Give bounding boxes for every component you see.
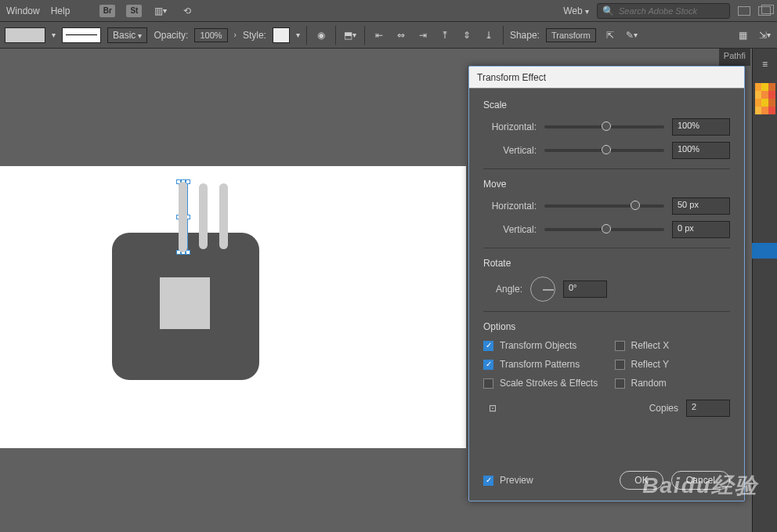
angle-value[interactable]: 0° — [563, 280, 607, 298]
move-h-value[interactable]: 50 px — [672, 197, 730, 215]
minimize-button[interactable] — [738, 6, 750, 16]
scale-h-label: Horizontal: — [483, 121, 537, 132]
chk-reflect-x[interactable]: Reflect X — [615, 340, 731, 351]
stroke-profile[interactable]: Basic ▾ — [107, 27, 147, 43]
scale-v-label: Vertical: — [483, 145, 537, 156]
options-bar: ▾ Basic ▾ Opacity: 100% › Style: ▾ ◉ ⬒▾ … — [0, 22, 777, 49]
chk-random[interactable]: Random — [615, 378, 731, 389]
align-center-icon[interactable]: ⇔ — [393, 27, 409, 43]
options-heading: Options — [483, 321, 730, 332]
ok-button[interactable]: OK — [620, 471, 663, 490]
stock-search[interactable]: 🔍 — [597, 3, 730, 19]
cancel-button[interactable]: Cancel — [671, 471, 730, 490]
separator — [335, 26, 336, 45]
transform-dropdown[interactable]: Transform — [546, 28, 596, 42]
chk-transform-objects[interactable]: ✓Transform Objects — [483, 340, 599, 351]
swatches-preview[interactable] — [755, 83, 775, 114]
restore-button[interactable] — [758, 6, 771, 16]
chk-scale-strokes[interactable]: Scale Strokes & Effects — [483, 378, 599, 389]
shape-label: Shape: — [510, 30, 540, 41]
chk-reflect-y[interactable]: Reflect Y — [615, 359, 731, 370]
bridge-icon[interactable]: Br — [99, 5, 115, 17]
opacity-value[interactable]: 100% — [194, 28, 227, 42]
move-v-value[interactable]: 0 px — [672, 221, 730, 238]
style-swatch[interactable] — [273, 27, 290, 43]
snap-icon[interactable]: ⇲▾ — [757, 27, 772, 43]
scale-v-slider[interactable] — [544, 149, 664, 152]
stroke-preview[interactable] — [62, 27, 101, 43]
chk-transform-patterns[interactable]: ✓Transform Patterns — [483, 359, 599, 370]
move-heading: Move — [483, 179, 730, 190]
scale-h-value[interactable]: 100% — [672, 118, 730, 136]
chk-preview[interactable]: ✓Preview — [483, 475, 533, 486]
style-label: Style: — [243, 30, 266, 41]
gpu-icon[interactable]: ⟲ — [179, 3, 195, 19]
stock-icon[interactable]: St — [126, 5, 142, 17]
panel-tab-pathfinder[interactable]: Pathfi — [719, 49, 750, 66]
fill-dropdown[interactable]: ▾ — [52, 31, 56, 39]
align-icon[interactable]: ⬒▾ — [342, 27, 358, 43]
angle-dial[interactable] — [530, 277, 555, 302]
scale-v-value[interactable]: 100% — [672, 142, 730, 159]
edit-icon[interactable]: ✎▾ — [624, 27, 640, 43]
artboard[interactable] — [0, 166, 466, 448]
move-v-label: Vertical: — [483, 224, 537, 235]
shape-square[interactable] — [160, 277, 210, 329]
style-dropdown[interactable]: ▾ — [296, 31, 300, 39]
recolor-icon[interactable]: ◉ — [313, 27, 329, 43]
separator — [503, 26, 504, 45]
grid-icon[interactable]: ▦ — [735, 27, 750, 43]
angle-label: Angle: — [483, 284, 522, 295]
fill-swatch[interactable] — [5, 27, 45, 43]
separator — [364, 26, 365, 45]
dialog-titlebar[interactable]: Transform Effect — [469, 67, 744, 89]
workspace-dropdown[interactable]: Web ▾ — [563, 5, 589, 16]
shape-prong-selected[interactable] — [179, 182, 187, 252]
move-h-slider[interactable] — [544, 204, 664, 208]
scale-heading: Scale — [483, 100, 730, 110]
menu-window[interactable]: Window — [6, 5, 40, 16]
align-bottom-icon[interactable]: ⤓ — [481, 27, 497, 43]
rotate-heading: Rotate — [483, 258, 730, 269]
hamburger-icon[interactable]: ≡ — [757, 56, 773, 72]
align-right-icon[interactable]: ⇥ — [415, 27, 431, 43]
menu-help[interactable]: Help — [51, 5, 70, 16]
shape-prong[interactable] — [199, 183, 208, 249]
transform-effect-dialog: Transform Effect Scale Horizontal: 100% … — [468, 66, 745, 501]
search-icon: 🔍 — [602, 5, 614, 16]
stock-search-input[interactable] — [619, 6, 725, 16]
copies-label: Copies — [649, 403, 678, 414]
isolate-icon[interactable]: ⇱ — [602, 27, 618, 43]
align-middle-icon[interactable]: ⇕ — [459, 27, 475, 43]
panel-highlight — [752, 243, 777, 259]
move-v-slider[interactable] — [544, 228, 664, 231]
arrange-icon[interactable]: ▥▾ — [153, 3, 168, 19]
move-h-label: Horizontal: — [483, 201, 537, 212]
scale-h-slider[interactable] — [544, 125, 664, 128]
reference-point-icon[interactable]: ⊡ — [483, 400, 502, 416]
right-panel-dock: ≡ — [752, 49, 777, 532]
copies-value[interactable]: 2 — [686, 400, 730, 417]
opacity-dropdown[interactable]: › — [234, 31, 237, 39]
align-left-icon[interactable]: ⇤ — [371, 27, 387, 43]
opacity-label: Opacity: — [154, 30, 188, 41]
menubar: Window Help Br St ▥▾ ⟲ Web ▾ 🔍 — [0, 0, 777, 22]
shape-prong[interactable] — [219, 183, 228, 249]
separator — [306, 26, 307, 45]
align-top-icon[interactable]: ⤒ — [437, 27, 453, 43]
